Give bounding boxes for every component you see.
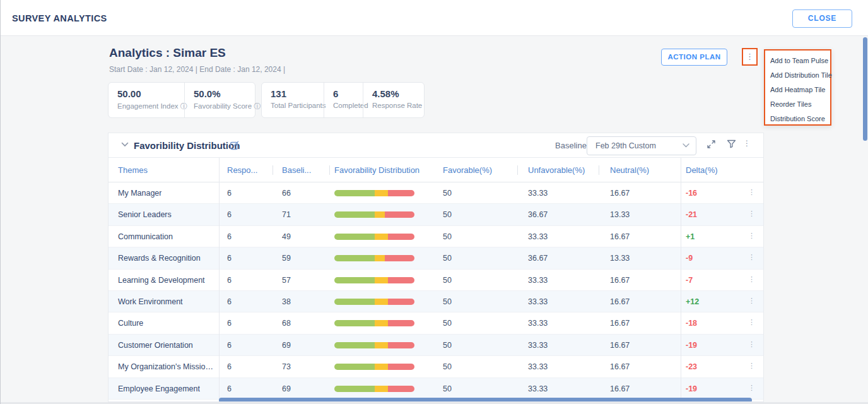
- bar-segment: [375, 190, 388, 196]
- header-kebab-menu-icon[interactable]: ⋮: [742, 48, 758, 66]
- responses-cell: 6: [227, 341, 232, 350]
- menu-item[interactable]: Add Distribution Tile: [765, 68, 830, 83]
- action-plan-button[interactable]: ACTION PLAN: [661, 49, 727, 66]
- neutral-cell: 13.33: [610, 254, 630, 263]
- neutral-cell: 16.67: [610, 341, 630, 350]
- theme-cell: Senior Leaders: [118, 210, 172, 219]
- participation-stats-card: 131Total Participants6Completed4.58%Resp…: [261, 82, 425, 118]
- delta-cell: +1: [686, 232, 695, 241]
- neutral-cell: 16.67: [610, 384, 630, 393]
- baseline-cell: 66: [282, 189, 291, 198]
- close-button[interactable]: CLOSE: [792, 9, 852, 28]
- delta-cell: -19: [686, 341, 697, 350]
- page-title: Analytics : Simar ES: [109, 46, 226, 60]
- bar-segment: [388, 386, 414, 392]
- menu-item[interactable]: Distribution Score: [765, 112, 830, 126]
- baseline-cell: 69: [282, 341, 291, 350]
- unfavorable-cell: 36.67: [528, 254, 548, 263]
- baseline-cell: 59: [282, 254, 291, 263]
- row-kebab-icon[interactable]: ⋮: [748, 253, 755, 261]
- bar-segment: [375, 342, 388, 348]
- stat-cell: 50.0%Favorability Score ⓘ: [184, 83, 255, 117]
- bar-segment: [375, 299, 388, 305]
- favorability-bar: [334, 255, 414, 261]
- neutral-cell: 16.67: [610, 319, 630, 328]
- stat-value: 50.0%: [194, 88, 255, 99]
- stat-label: Completed: [333, 102, 363, 109]
- stat-label: Favorability Score ⓘ: [194, 102, 255, 111]
- responses-cell: 6: [227, 384, 232, 393]
- survey-dates: Start Date : Jan 12, 2024 | End Date : J…: [109, 65, 285, 74]
- row-kebab-icon[interactable]: ⋮: [748, 384, 755, 392]
- bar-segment: [375, 320, 388, 326]
- favorable-cell: 50: [443, 319, 452, 328]
- bar-segment: [334, 342, 375, 348]
- baseline-cell: 69: [282, 384, 291, 393]
- table-row: Culture6685033.3316.67-18⋮: [108, 312, 763, 334]
- bar-segment: [334, 211, 375, 218]
- table-row: Employee Engagement6695033.3316.67-19⋮: [108, 378, 763, 400]
- menu-item[interactable]: Add Heatmap Tile: [765, 83, 830, 97]
- stat-cell: 4.58%Response Rate: [363, 83, 424, 117]
- table-row: Work Environment6385033.3316.67+12⋮: [108, 291, 763, 312]
- stat-label: Response Rate: [372, 102, 424, 109]
- table-row: My Organization's Mission, Va...6735033.…: [108, 356, 763, 377]
- row-kebab-icon[interactable]: ⋮: [748, 362, 755, 370]
- baseline-cell: 71: [282, 210, 291, 219]
- engagement-stats-card: 50.00Engagement Index ⓘ50.0%Favorability…: [108, 82, 255, 118]
- stat-cell: 131Total Participants: [262, 83, 324, 117]
- vertical-scrollbar[interactable]: [863, 37, 867, 141]
- bar-segment: [375, 386, 388, 392]
- theme-cell: My Organization's Mission, Va...: [118, 362, 216, 371]
- favorability-bar: [334, 364, 414, 370]
- bar-segment: [388, 364, 414, 370]
- row-kebab-icon[interactable]: ⋮: [748, 210, 755, 218]
- theme-cell: Culture: [118, 319, 143, 328]
- unfavorable-cell: 33.33: [528, 362, 548, 371]
- stat-value: 50.00: [117, 88, 184, 99]
- unfavorable-cell: 33.33: [528, 384, 548, 393]
- bar-segment: [375, 364, 388, 370]
- theme-cell: Learning & Development: [118, 276, 205, 285]
- delta-cell: -16: [686, 189, 697, 198]
- row-kebab-icon[interactable]: ⋮: [748, 232, 755, 240]
- menu-item[interactable]: Add to Team Pulse: [765, 54, 830, 68]
- row-kebab-icon[interactable]: ⋮: [748, 318, 755, 326]
- info-icon[interactable]: ⓘ: [254, 102, 261, 110]
- horizontal-scrollbar[interactable]: [219, 398, 752, 402]
- unfavorable-cell: 33.33: [528, 232, 548, 241]
- delta-cell: -19: [686, 384, 697, 393]
- row-kebab-icon[interactable]: ⋮: [748, 297, 755, 305]
- row-kebab-icon[interactable]: ⋮: [748, 340, 755, 348]
- favorable-cell: 50: [443, 254, 452, 263]
- table-row: Communication6495033.3316.67+1⋮: [108, 226, 763, 247]
- table-row: Senior Leaders6715036.6713.33-21⋮: [108, 204, 763, 225]
- table-row: Learning & Development6575033.3316.67-7⋮: [108, 270, 763, 291]
- delta-cell: -23: [686, 362, 697, 371]
- unfavorable-cell: 36.67: [528, 210, 548, 219]
- menu-item[interactable]: Reorder Tiles: [765, 97, 830, 112]
- row-kebab-icon[interactable]: ⋮: [748, 188, 755, 196]
- stat-value: 6: [333, 88, 363, 99]
- responses-cell: 6: [227, 254, 232, 263]
- bar-segment: [334, 299, 375, 305]
- table-row: Customer Orientation6695033.3316.67-19⋮: [108, 335, 763, 356]
- neutral-cell: 13.33: [610, 210, 630, 219]
- favorable-cell: 50: [443, 210, 452, 219]
- app-title: SURVEY ANALYTICS: [12, 13, 107, 23]
- stat-value: 131: [271, 88, 324, 99]
- favorable-cell: 50: [443, 276, 452, 285]
- bar-segment: [388, 234, 414, 240]
- delta-cell: -21: [686, 210, 697, 219]
- row-kebab-icon[interactable]: ⋮: [748, 275, 755, 283]
- unfavorable-cell: 33.33: [528, 341, 548, 350]
- favorability-bar: [334, 234, 414, 240]
- stat-value: 4.58%: [372, 88, 424, 99]
- bar-segment: [334, 277, 375, 283]
- bar-segment: [385, 211, 414, 218]
- column-divider: [681, 158, 681, 401]
- delta-cell: -18: [686, 319, 697, 328]
- neutral-cell: 16.67: [610, 189, 630, 198]
- favorable-cell: 50: [443, 341, 452, 350]
- favorability-bar: [334, 386, 414, 392]
